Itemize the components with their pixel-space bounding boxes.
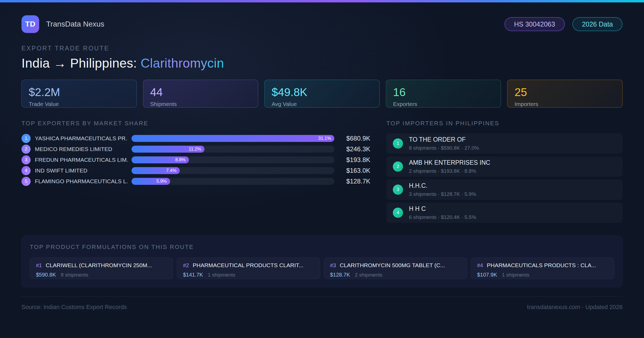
product-value: $590.8K — [36, 272, 56, 278]
importer-name: H.H.C. — [409, 182, 476, 189]
product-shipments: 2 shipments — [355, 272, 382, 278]
footer-meta: transdatanexus.com · Updated 2026 — [527, 304, 623, 311]
product-stats-row: $141.7K 1 shipments — [183, 272, 314, 278]
exporter-name: FLAMINGO PHARMACEUTICALS L... — [35, 178, 128, 185]
market-share-bar-track: 8.8% — [131, 156, 334, 163]
product-value: $141.7K — [183, 272, 203, 278]
importer-row[interactable]: 3 H.H.C. 3 shipments · $128.7K · 5.9% — [386, 179, 623, 200]
market-share-percent: 31.1% — [318, 136, 331, 141]
hs-code-badge: HS 30042063 — [504, 17, 565, 31]
market-share-bar-track: 11.2% — [131, 146, 334, 153]
stat-value: 44 — [150, 86, 251, 98]
importers-section: TOP IMPORTERS IN PHILIPPINES 1 TO THE OR… — [386, 120, 623, 223]
stat-value: $49.8K — [272, 86, 372, 98]
product-card[interactable]: #2 PHARMACEUTICAL PRODUCTS CLARIT... $14… — [177, 258, 320, 279]
exporter-name: MEDICO REMEDIES LIMITED — [35, 146, 128, 152]
importer-name: H H C — [409, 205, 476, 212]
products-heading: TOP PRODUCT FORMULATIONS ON THIS ROUTE — [30, 244, 614, 251]
importers-heading: TOP IMPORTERS IN PHILIPPINES — [386, 120, 623, 127]
exporter-rank-badge: 5 — [21, 177, 31, 186]
eyebrow-label: EXPORT TRADE ROUTE — [21, 45, 623, 52]
market-share-percent: 7.4% — [166, 168, 177, 173]
footer: Source: Indian Customs Export Records tr… — [21, 296, 623, 311]
stat-card: 16 Exporters — [386, 80, 501, 108]
importer-info: H.H.C. 3 shipments · $128.7K · 5.9% — [409, 182, 476, 197]
product-title-row: #4 PHARMACEUTICALS PRODUCTS : CLA... — [477, 262, 608, 269]
market-share-bar-track: 7.4% — [131, 167, 334, 174]
stat-card: $49.8K Avg Value — [264, 80, 380, 108]
product-name: CLARIWELL (CLARITHROMYCIN 250M... — [46, 262, 152, 269]
stat-label: Trade Value — [29, 101, 130, 107]
market-share-bar: 31.1% — [131, 135, 334, 142]
page-title: India → Philippines: Clarithromycin — [21, 56, 623, 71]
exporter-name: IND SWIFT LIMITED — [35, 167, 128, 174]
header-badges: HS 30042063 2026 Data — [504, 17, 623, 31]
exporter-value: $680.9K — [338, 135, 370, 142]
exporter-row[interactable]: 4 IND SWIFT LIMITED 7.4% $163.0K — [21, 166, 370, 173]
product-rank: #2 — [183, 262, 189, 269]
importer-details: 3 shipments · $128.7K · 5.9% — [409, 191, 476, 197]
main-columns: TOP EXPORTERS BY MARKET SHARE 1 YASHICA … — [21, 120, 623, 223]
product-value: $128.7K — [330, 272, 350, 278]
page: TD TransData Nexus HS 30042063 2026 Data… — [0, 15, 644, 311]
exporters-list: 1 YASHICA PHARMACEUTICALS PR... 31.1% $6… — [21, 134, 370, 184]
stat-value: 25 — [514, 86, 615, 98]
product-card[interactable]: #4 PHARMACEUTICALS PRODUCTS : CLA... $10… — [471, 258, 614, 279]
importer-info: TO THE ORDER OF 8 shipments · $590.8K · … — [409, 136, 479, 151]
importer-row[interactable]: 4 H H C 6 shipments · $120.4K · 5.5% — [386, 203, 623, 223]
exporter-row[interactable]: 2 MEDICO REMEDIES LIMITED 11.2% $246.3K — [21, 145, 370, 152]
stat-label: Avg Value — [272, 101, 372, 107]
product-card[interactable]: #1 CLARIWELL (CLARITHROMYCIN 250M... $59… — [30, 258, 173, 279]
exporter-row[interactable]: 1 YASHICA PHARMACEUTICALS PR... 31.1% $6… — [21, 134, 370, 141]
exporters-section: TOP EXPORTERS BY MARKET SHARE 1 YASHICA … — [21, 120, 370, 223]
stat-value: 16 — [393, 86, 494, 98]
product-name: CLARITHROMYCIN 500MG TABLET (C... — [340, 262, 445, 269]
products-section: TOP PRODUCT FORMULATIONS ON THIS ROUTE #… — [21, 236, 623, 287]
stat-label: Shipments — [150, 101, 251, 107]
market-share-percent: 8.8% — [175, 157, 186, 163]
importer-name: TO THE ORDER OF — [409, 136, 479, 143]
exporter-value: $193.8K — [338, 156, 370, 164]
exporter-value: $163.0K — [338, 167, 370, 174]
product-shipments: 1 shipments — [502, 272, 529, 278]
exporter-rank-badge: 1 — [21, 134, 31, 143]
stat-cards-row: $2.2M Trade Value 44 Shipments $49.8K Av… — [21, 80, 623, 108]
stat-label: Importers — [514, 101, 615, 107]
importer-row[interactable]: 2 AMB HK ENTERPRISES INC 2 shipments · $… — [386, 156, 623, 177]
importer-row[interactable]: 1 TO THE ORDER OF 8 shipments · $590.8K … — [386, 133, 623, 154]
product-title-row: #1 CLARIWELL (CLARITHROMYCIN 250M... — [36, 262, 167, 269]
importer-rank-badge: 1 — [393, 138, 403, 149]
importer-info: H H C 6 shipments · $120.4K · 5.5% — [409, 205, 476, 220]
product-name: PHARMACEUTICAL PRODUCTS CLARIT... — [193, 262, 303, 269]
year-data-badge: 2026 Data — [572, 17, 623, 31]
product-shipments: 8 shipments — [61, 272, 88, 278]
exporter-value: $128.7K — [338, 178, 370, 185]
exporter-row[interactable]: 3 FREDUN PHARMACEUTICALS LIM... 8.8% $19… — [21, 155, 370, 162]
exporter-row[interactable]: 5 FLAMINGO PHARMACEUTICALS L... 5.9% $12… — [21, 177, 370, 184]
page-title-product: Clarithromycin — [141, 56, 224, 70]
accent-gradient-bar — [0, 0, 644, 2]
brand: TD TransData Nexus — [21, 15, 104, 33]
exporter-value: $246.3K — [338, 145, 370, 153]
importer-rank-badge: 4 — [393, 208, 403, 218]
exporter-name: FREDUN PHARMACEUTICALS LIM... — [35, 157, 128, 163]
page-title-route: India → Philippines: — [21, 56, 141, 70]
product-shipments: 1 shipments — [208, 272, 235, 278]
product-name: PHARMACEUTICALS PRODUCTS : CLA... — [487, 262, 596, 269]
footer-source: Source: Indian Customs Export Records — [21, 304, 127, 311]
market-share-percent: 5.9% — [156, 179, 167, 184]
header: TD TransData Nexus HS 30042063 2026 Data — [21, 15, 623, 33]
stat-value: $2.2M — [29, 86, 130, 98]
product-card[interactable]: #3 CLARITHROMYCIN 500MG TABLET (C... $12… — [324, 258, 467, 279]
importer-info: AMB HK ENTERPRISES INC 2 shipments · $19… — [409, 159, 490, 174]
product-rank: #1 — [36, 262, 42, 269]
product-title-row: #2 PHARMACEUTICAL PRODUCTS CLARIT... — [183, 262, 314, 269]
brand-logo-icon: TD — [21, 15, 39, 33]
product-value: $107.9K — [477, 272, 497, 278]
product-rank: #3 — [330, 262, 336, 269]
stat-card: 44 Shipments — [143, 80, 258, 108]
stat-label: Exporters — [393, 101, 494, 107]
exporters-heading: TOP EXPORTERS BY MARKET SHARE — [21, 120, 370, 127]
importers-list: 1 TO THE ORDER OF 8 shipments · $590.8K … — [386, 133, 623, 223]
product-title-row: #3 CLARITHROMYCIN 500MG TABLET (C... — [330, 262, 461, 269]
